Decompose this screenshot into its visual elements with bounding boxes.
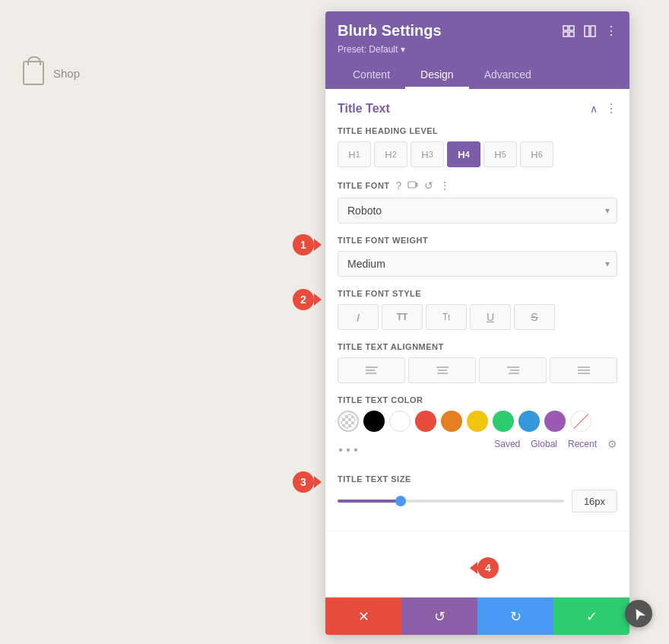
panel-body: Title Text ∧ ⋮ Title Heading Level H1 H2… <box>325 89 629 597</box>
save-icon: ✓ <box>586 608 598 625</box>
size-value[interactable]: 16px <box>572 490 617 512</box>
svg-rect-0 <box>563 26 568 30</box>
heading-level-label: Title Heading Level <box>338 126 617 135</box>
cancel-icon: ✕ <box>358 608 369 625</box>
color-transparent[interactable] <box>338 411 359 432</box>
columns-icon-button[interactable] <box>584 25 596 37</box>
heading-h1-button[interactable]: H1 <box>338 141 371 167</box>
tab-design[interactable]: Design <box>405 62 469 89</box>
panel-header-top: Blurb Settings ⋮ <box>338 22 617 40</box>
font-field-label: Title Font <box>338 181 390 190</box>
uppercase-button[interactable]: TT <box>382 304 423 330</box>
tab-advanced[interactable]: Advanced <box>469 62 547 89</box>
shop-icon <box>23 61 44 85</box>
color-tab-recent[interactable]: Recent <box>568 439 597 449</box>
heading-h2-button[interactable]: H2 <box>374 141 407 167</box>
badge-4-container: 4 <box>470 557 499 579</box>
redo-button[interactable]: ↻ <box>477 598 553 635</box>
redo-icon: ↻ <box>510 608 522 625</box>
title-text-section: Title Text ∧ ⋮ Title Heading Level H1 H2… <box>325 89 629 531</box>
heading-h5-button[interactable]: H5 <box>484 141 517 167</box>
underline-button[interactable]: U <box>470 304 511 330</box>
fab-button[interactable] <box>625 600 652 627</box>
background-area: Shop <box>0 0 327 644</box>
color-diagonal[interactable] <box>570 411 591 432</box>
align-right-icon <box>507 366 519 375</box>
size-slider-track[interactable] <box>338 500 564 503</box>
size-slider-thumb[interactable] <box>395 496 406 506</box>
color-red[interactable] <box>415 411 436 432</box>
panel-icons: ⋮ <box>563 24 617 38</box>
align-center-button[interactable] <box>408 357 476 383</box>
shop-nav: Shop <box>23 61 304 85</box>
align-right-button[interactable] <box>479 357 547 383</box>
panel-preset[interactable]: Preset: Default ▾ <box>338 44 617 55</box>
cancel-button[interactable]: ✕ <box>325 598 401 635</box>
color-tabs: Saved Global Recent ⚙ <box>494 438 617 450</box>
badge-2-arrow <box>314 293 322 306</box>
tab-content[interactable]: Content <box>338 62 405 89</box>
font-more-icon[interactable]: ⋮ <box>439 179 450 192</box>
badge-3: 3 <box>293 471 314 493</box>
font-device-icon[interactable] <box>407 180 418 191</box>
heading-h3-button[interactable]: H3 <box>411 141 444 167</box>
heading-level-buttons: H1 H2 H3 H4 H5 H6 <box>338 141 617 167</box>
badge-2: 2 <box>293 289 314 310</box>
shop-label: Shop <box>53 67 80 80</box>
color-green[interactable] <box>493 411 514 432</box>
color-more-dots[interactable]: • • • <box>338 439 359 461</box>
font-help-icon[interactable]: ? <box>396 179 402 192</box>
color-blue[interactable] <box>518 411 540 432</box>
svg-rect-1 <box>569 26 574 30</box>
badge-3-container: 3 <box>293 471 322 493</box>
strikethrough-button[interactable]: S <box>514 304 555 330</box>
undo-button[interactable]: ↺ <box>401 598 477 635</box>
panel-title: Blurb Settings <box>338 22 442 40</box>
color-footer-row: • • • Saved Global Recent ⚙ <box>338 438 617 462</box>
more-menu-button[interactable]: ⋮ <box>605 24 617 38</box>
font-weight-label: Title Font Weight <box>338 236 617 245</box>
font-label-row: Title Font ? ↺ ⋮ <box>338 179 617 192</box>
color-white[interactable] <box>389 411 411 432</box>
section-header: Title Text ∧ ⋮ <box>338 101 617 116</box>
expand-icon <box>563 25 575 37</box>
color-tab-saved[interactable]: Saved <box>494 439 520 449</box>
align-center-icon <box>436 366 449 375</box>
heading-h4-button[interactable]: H4 <box>447 141 480 167</box>
italic-button[interactable]: I <box>338 304 379 330</box>
section-more-dots[interactable]: ⋮ <box>605 101 617 116</box>
color-settings-gear[interactable]: ⚙ <box>607 438 617 450</box>
svg-rect-6 <box>408 182 416 188</box>
color-tab-global[interactable]: Global <box>531 439 557 449</box>
align-left-button[interactable] <box>338 357 405 383</box>
more-icon: ⋮ <box>605 24 617 38</box>
svg-rect-7 <box>416 183 417 186</box>
section-title: Title Text <box>338 102 390 116</box>
capitalize-button[interactable]: Tt <box>426 304 467 330</box>
panel-header: Blurb Settings ⋮ <box>325 11 629 89</box>
heading-h6-button[interactable]: H6 <box>520 141 553 167</box>
badge-4-arrow-left <box>470 562 477 574</box>
font-style-buttons: I TT Tt U S <box>338 304 617 330</box>
svg-rect-2 <box>563 32 568 36</box>
badge-1: 1 <box>293 234 314 255</box>
panel-footer: ✕ ↺ ↻ ✓ <box>325 597 629 635</box>
section-collapse-chevron[interactable]: ∧ <box>590 103 598 115</box>
font-weight-select[interactable]: Medium Normal Bold Light <box>338 251 617 277</box>
preset-arrow: ▾ <box>401 44 405 55</box>
panel-tabs: Content Design Advanced <box>338 62 617 89</box>
size-slider-row: 16px <box>338 490 617 512</box>
color-purple[interactable] <box>544 411 566 432</box>
align-justify-icon <box>578 366 590 375</box>
section-actions: ∧ ⋮ <box>590 101 617 116</box>
align-left-icon <box>366 366 378 375</box>
color-yellow[interactable] <box>467 411 488 432</box>
color-black[interactable] <box>363 411 385 432</box>
color-orange[interactable] <box>441 411 462 432</box>
expand-icon-button[interactable] <box>563 25 575 37</box>
font-reset-icon[interactable]: ↺ <box>424 179 433 192</box>
font-select[interactable]: Roboto Open Sans Lato Montserrat <box>338 198 617 224</box>
align-justify-button[interactable] <box>550 357 617 383</box>
save-button[interactable]: ✓ <box>553 598 629 635</box>
columns-icon <box>584 25 596 37</box>
